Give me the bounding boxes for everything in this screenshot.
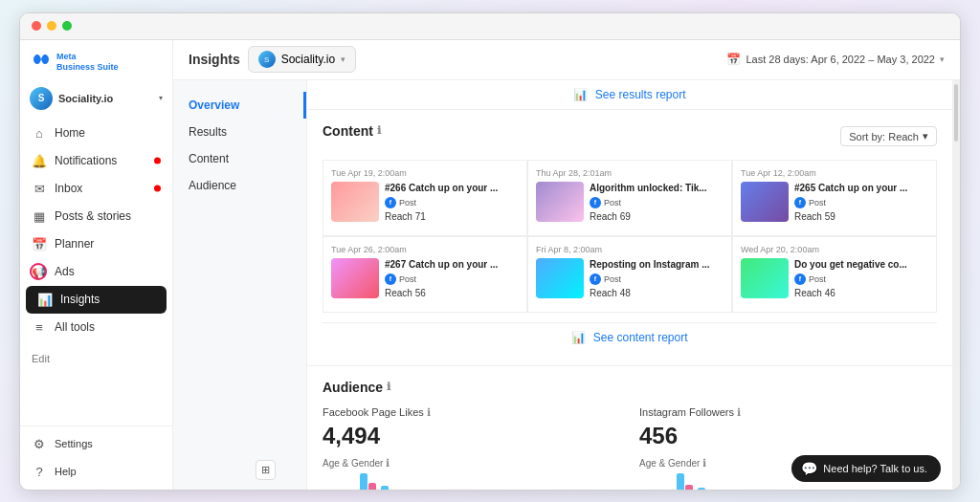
see-results-bar[interactable]: 📊 See results report [307,80,952,110]
facebook-icon: f [590,197,601,208]
bar-pair [360,473,376,490]
close-dot[interactable] [32,21,41,31]
sidebar-item-label: Help [55,466,77,477]
sub-nav: Overview Results Content Audience [173,80,307,490]
card-info: #265 Catch up on your ... f Post Reach 5… [794,182,928,222]
card-row: Do you get negative co... f Post Reach 4… [741,258,928,298]
bar-pink [368,483,376,490]
sidebar-logo: Meta Business Suite [20,40,172,81]
card-date: Tue Apr 19, 2:00am [331,168,519,178]
card-title: #267 Catch up on your ... [385,258,519,271]
card-reach: Reach 71 [385,211,519,222]
top-bar-account-name: Sociality.io [281,53,335,66]
card-reach: Reach 48 [590,288,724,298]
sidebar-item-settings[interactable]: ⚙ Settings [20,430,172,458]
audience-info-icon[interactable]: ℹ [387,381,390,393]
info-icon[interactable]: ℹ [377,124,381,137]
card-date: Tue Apr 26, 2:00am [331,245,519,254]
card-row: Reposting on Instagram ... f Post Reach … [536,258,724,298]
posts-icon: ▦ [32,209,47,224]
sidebar-item-label: All tools [55,320,95,334]
sidebar-item-planner[interactable]: 📅 Planner [20,230,172,258]
card-thumbnail [741,182,789,222]
ig-age-gender-info-icon[interactable]: ℹ [702,457,706,469]
card-reach: Reach 69 [590,211,724,222]
card-type: f Post [794,197,928,208]
age-gender-info-icon[interactable]: ℹ [386,457,390,469]
card-type: f Post [794,273,928,285]
content-card: Thu Apr 28, 2:01am Algorithm unlocked: T… [527,160,732,236]
account-selector[interactable]: S Sociality.io ▾ [248,46,356,73]
fb-likes-info-icon[interactable]: ℹ [427,406,431,419]
sidebar-item-notifications[interactable]: 🔔 Notifications [20,147,172,175]
see-content-report[interactable]: 📊 See content report [323,322,937,352]
top-bar-chevron-icon: ▾ [341,55,345,64]
card-title: Reposting on Instagram ... [590,258,724,271]
bar-blue [677,473,684,490]
ig-followers-info-icon[interactable]: ℹ [737,406,741,419]
card-date: Fri Apr 8, 2:00am [536,245,724,254]
card-row: #265 Catch up on your ... f Post Reach 5… [741,182,928,222]
card-thumbnail [536,182,584,222]
subnav-item-audience[interactable]: Audience [173,172,306,199]
scroll-indicator[interactable] [952,80,960,490]
date-range-text: Last 28 days: Apr 6, 2022 – May 3, 2022 [746,54,935,65]
meta-logo-icon [32,52,51,67]
right-panel: Insights S Sociality.io ▾ 📅 Last 28 days… [173,40,960,490]
sidebar-item-home[interactable]: ⌂ Home [20,120,172,147]
account-name: Sociality.io [58,93,153,104]
card-row: Algorithm unlocked: Tik... f Post Reach … [536,182,724,222]
sidebar-item-label: Insights [60,293,100,306]
collapse-panel-button[interactable]: ⊞ [256,460,276,480]
card-info: Do you get negative co... f Post Reach 4… [794,258,928,298]
facebook-icon: f [590,273,601,285]
collapse-icon: ⊞ [261,464,270,475]
fb-age-gender-label: Age & Gender ℹ [323,457,620,469]
sidebar-item-insights[interactable]: 📊 Insights [26,286,167,314]
maximize-dot[interactable] [62,21,72,31]
date-chevron-icon: ▾ [940,55,945,64]
sidebar-item-all-tools[interactable]: ≡ All tools [20,314,172,341]
minimize-dot[interactable] [47,21,56,31]
content-card: Tue Apr 26, 2:00am #267 Catch up on your… [323,236,527,313]
content-header: Content ℹ Sort by: Reach ▾ [323,123,937,150]
content-section: Content ℹ Sort by: Reach ▾ Tue Apr [307,110,952,365]
subnav-item-overview[interactable]: Overview [173,92,306,119]
card-row: #267 Catch up on your ... f Post Reach 5… [331,258,519,298]
audience-section-title: Audience ℹ [323,380,937,395]
sort-button[interactable]: Sort by: Reach ▾ [840,126,937,146]
subnav-item-results[interactable]: Results [173,119,306,145]
sidebar-item-label: Planner [55,237,94,251]
facebook-icon: f [385,197,396,208]
insights-active-indicator [30,263,47,280]
sidebar-item-help[interactable]: ? Help [20,458,172,486]
content-card: Wed Apr 20, 2:00am Do you get negative c… [732,236,937,313]
need-help-bar[interactable]: 💬 Need help? Talk to us. [791,455,941,482]
bar-pair [698,488,714,490]
sidebar-item-inbox[interactable]: ✉ Inbox [20,175,172,203]
calendar-icon: 📅 [726,53,741,66]
insights-icon: 📊 [37,293,53,307]
sidebar-brand-text: Meta Business Suite [56,52,119,74]
card-info: Reposting on Instagram ... f Post Reach … [590,258,724,298]
chevron-down-icon: ▾ [159,94,163,102]
subnav-item-content[interactable]: Content [173,145,306,172]
fb-likes-label: Facebook Page Likes ℹ [323,406,620,419]
avatar: S [30,87,53,110]
sidebar-item-label: Inbox [55,182,82,195]
content-section-title: Content ℹ [323,123,381,139]
card-type: f Post [590,273,724,285]
card-thumbnail [536,258,584,298]
bar-group-35-44: 35-44 [381,486,398,490]
sidebar-account[interactable]: S Sociality.io ▾ [20,81,172,120]
card-info: #267 Catch up on your ... f Post Reach 5… [385,258,519,298]
facebook-icon: f [794,273,806,285]
sidebar-item-label: Home [55,126,85,140]
sidebar-item-posts[interactable]: ▦ Posts & stories [20,203,172,230]
scroll-thumb [954,84,958,142]
top-bar-avatar: S [258,51,276,68]
fb-likes-col: Facebook Page Likes ℹ 4,494 Age & Gender… [323,406,620,490]
bar-group-25-34: 25-34 [360,473,377,490]
date-range-selector[interactable]: 📅 Last 28 days: Apr 6, 2022 – May 3, 202… [726,53,945,66]
planner-icon: 📅 [32,237,47,251]
